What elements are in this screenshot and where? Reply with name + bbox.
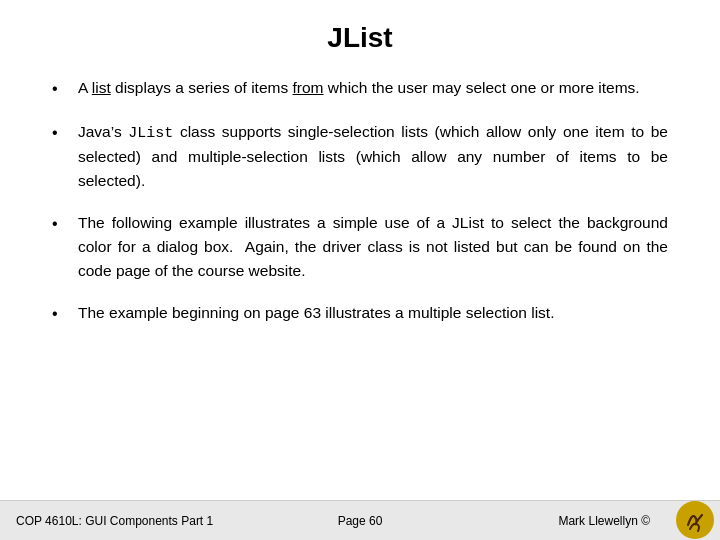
bullet-text-3: The following example illustrates a simp… — [78, 211, 668, 283]
bullet-dot: • — [52, 77, 74, 102]
list-item: • The example beginning on page 63 illus… — [52, 301, 668, 327]
slide-title: JList — [0, 0, 720, 68]
inline-code-jlist: JList — [128, 125, 173, 142]
underline-list: list — [92, 79, 111, 96]
bullet-text-1: A list displays a series of items from w… — [78, 76, 668, 100]
footer-course: COP 4610L: GUI Components Part 1 — [16, 514, 558, 528]
bullet-dot: • — [52, 121, 74, 146]
bullet-dot: • — [52, 212, 74, 237]
svg-point-0 — [679, 504, 711, 536]
list-item: • Java’s JList class supports single-sel… — [52, 120, 668, 193]
slide-footer: COP 4610L: GUI Components Part 1 Page 60… — [0, 500, 720, 540]
bullet-dot: • — [52, 302, 74, 327]
slide-content: • A list displays a series of items from… — [0, 68, 720, 500]
bullet-text-2: Java’s JList class supports single-selec… — [78, 120, 668, 193]
footer-page: Page 60 — [338, 514, 383, 528]
logo-icon — [678, 503, 712, 537]
footer-logo — [676, 501, 714, 539]
list-item: • A list displays a series of items from… — [52, 76, 668, 102]
underline-from: from — [293, 79, 324, 96]
bullet-text-4: The example beginning on page 63 illustr… — [78, 301, 668, 325]
footer-author: Mark Llewellyn © — [558, 514, 650, 528]
slide: JList • A list displays a series of item… — [0, 0, 720, 540]
list-item: • The following example illustrates a si… — [52, 211, 668, 283]
